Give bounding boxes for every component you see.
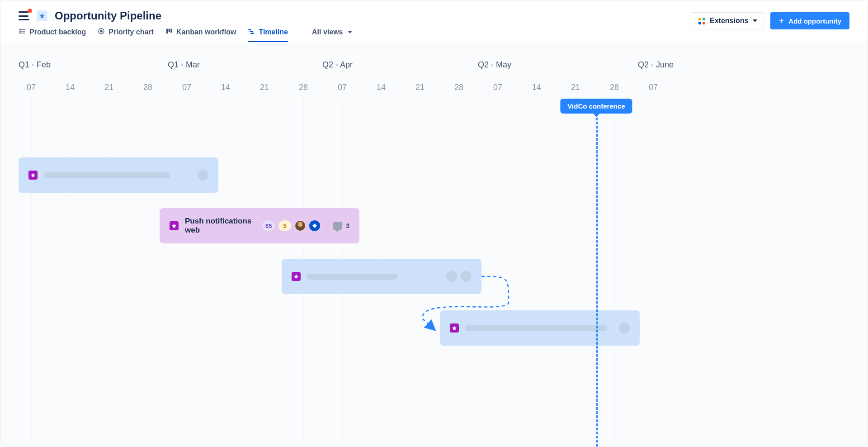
gridline	[226, 96, 226, 447]
svg-rect-5	[21, 33, 25, 33]
day-tick: 07	[484, 83, 511, 92]
timeline-marker-label[interactable]: VidCo conference	[560, 99, 632, 114]
day-tick: 21	[406, 83, 434, 92]
svg-rect-10	[170, 29, 172, 33]
score-pill: 5	[278, 220, 291, 231]
svg-rect-11	[249, 29, 252, 30]
extensions-button[interactable]: Extensions	[692, 12, 764, 29]
month-label: Q2 - June	[638, 60, 674, 70]
caret-down-icon	[753, 19, 757, 22]
caret-down-icon	[348, 31, 352, 33]
gridline	[498, 96, 498, 447]
day-tick: 28	[290, 83, 317, 92]
day-tick: 14	[57, 83, 84, 92]
gridline	[70, 96, 71, 447]
card-title-placeholder	[307, 274, 397, 280]
hamburger-menu-icon[interactable]	[19, 11, 29, 20]
svg-rect-4	[21, 31, 25, 31]
svg-rect-12	[250, 31, 253, 32]
gridline	[31, 96, 32, 447]
assignee-placeholder	[446, 271, 457, 282]
tab-label: Timeline	[259, 28, 288, 36]
tab-timeline[interactable]: Timeline	[248, 28, 288, 43]
feature-icon	[28, 171, 38, 180]
timeline-icon	[248, 28, 255, 37]
svg-rect-13	[251, 33, 254, 34]
extensions-icon	[698, 18, 705, 24]
gridline	[109, 96, 109, 447]
svg-point-7	[100, 30, 102, 32]
day-scale: 0714212807142128071421280714212807	[0, 83, 868, 96]
assignee-placeholder	[461, 271, 472, 282]
card-title-placeholder	[44, 172, 170, 178]
dependency-arrow	[0, 42, 868, 447]
month-label: Q2 - Apr	[322, 60, 353, 70]
gridline	[653, 96, 654, 447]
day-tick: 07	[173, 83, 200, 92]
day-tick: 14	[212, 83, 239, 92]
gridline	[187, 96, 187, 447]
notification-dot-icon	[28, 9, 32, 13]
comment-count: 3	[346, 222, 349, 229]
month-label: Q1 - Mar	[168, 60, 200, 70]
day-tick: 14	[523, 83, 550, 92]
month-label: Q1 - Feb	[19, 60, 51, 70]
gridline	[537, 96, 537, 447]
tab-label: Priority chart	[108, 28, 154, 36]
svg-rect-2	[19, 33, 21, 34]
timeline-card[interactable]	[440, 310, 640, 346]
target-icon	[98, 28, 105, 37]
timeline-marker-line	[596, 105, 598, 447]
feature-icon	[292, 272, 301, 281]
assignee-placeholder	[198, 170, 208, 181]
tab-kanban[interactable]: Kanban workflow	[165, 28, 236, 43]
day-tick: 07	[329, 83, 356, 92]
svg-rect-1	[19, 31, 21, 32]
favorite-star-icon[interactable]	[37, 10, 47, 21]
comment-icon[interactable]	[333, 222, 342, 230]
tab-backlog[interactable]: Product backlog	[19, 28, 86, 43]
card-title-placeholder	[465, 325, 608, 331]
day-tick: 07	[640, 83, 667, 92]
svg-rect-3	[21, 29, 25, 29]
plus-icon	[778, 18, 785, 24]
tab-label: All views	[312, 28, 343, 36]
app-frame: Opportunity Pipeline Extensions Add oppo…	[0, 0, 868, 447]
day-tick: 07	[18, 83, 45, 92]
gridline	[576, 96, 576, 447]
view-tabs: Product backlogPriority chartKanban work…	[19, 28, 849, 43]
month-label: Q2 - May	[478, 60, 511, 70]
gridline	[614, 96, 615, 447]
day-tick: 21	[95, 83, 123, 92]
day-tick: 14	[368, 83, 395, 92]
assignee-avatar[interactable]	[295, 220, 306, 231]
feature-icon	[450, 323, 459, 333]
assignee-placeholder	[619, 323, 630, 333]
page-title: Opportunity Pipeline	[55, 10, 161, 22]
day-tick: 21	[562, 83, 589, 92]
list-icon	[19, 28, 26, 37]
effort-pill: 65	[262, 220, 275, 231]
add-opportunity-label: Add opportunity	[788, 17, 841, 25]
day-tick: 28	[445, 83, 472, 92]
feature-icon	[170, 221, 179, 230]
timeline-body[interactable]: Q1 - FebQ1 - MarQ2 - AprQ2 - MayQ2 - Jun…	[0, 42, 868, 447]
svg-rect-8	[166, 29, 168, 34]
tab-label: Product backlog	[29, 28, 86, 36]
columns-icon	[165, 28, 173, 37]
tab-priority[interactable]: Priority chart	[98, 28, 154, 43]
tab-label: Kanban workflow	[176, 28, 236, 36]
timeline-card[interactable]	[282, 259, 481, 294]
timeline-card[interactable]	[19, 157, 218, 193]
day-tick: 21	[251, 83, 278, 92]
extensions-label: Extensions	[710, 17, 748, 25]
gridline	[264, 96, 265, 447]
add-opportunity-button[interactable]: Add opportunity	[770, 12, 849, 29]
tab-allviews[interactable]: All views	[312, 28, 352, 42]
header: Opportunity Pipeline Extensions Add oppo…	[0, 0, 868, 42]
svg-rect-0	[19, 29, 21, 30]
timeline-card[interactable]: Push notifications web6553	[160, 208, 359, 243]
card-title: Push notifications web	[185, 217, 256, 235]
jira-icon[interactable]	[309, 220, 320, 231]
day-tick: 28	[134, 83, 161, 92]
